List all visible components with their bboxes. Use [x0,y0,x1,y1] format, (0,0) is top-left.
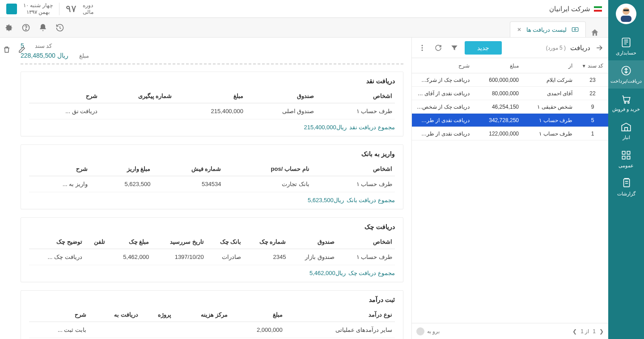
help-icon[interactable] [21,23,30,32]
sidebar-item-payrec[interactable]: دریافت/پرداخت [608,60,644,89]
bank-col-acct: نام حساب /pos [224,162,312,176]
svg-point-16 [422,45,423,46]
bank-col-desc: شرح [29,162,90,176]
table-row[interactable]: 5طرف حساب ۱342,728,250دریافت نقدی از طرف… [412,114,608,127]
bank-card: واریز به بانک اشخاص نام حساب /pos شماره … [21,144,403,209]
pager-of: از 1 [580,328,589,335]
cheque-col-no: شماره چک [244,235,288,249]
sidebar-label-accounting: حسابداری [616,50,636,55]
sidebar-label-payrec: دریافت/پرداخت [610,78,642,84]
goto-label: برو به [427,328,440,335]
cash-desc: دریافت نق ... [29,103,100,119]
cash-fund: صندوق اصلی [246,103,317,119]
col-from[interactable]: از [523,63,577,69]
cheque-col-person: اشخاص [337,235,395,249]
cheque-desc: دریافت چک ... [29,249,85,265]
bank-desc: واریز به ... [29,176,90,192]
tabs-bar: لیست دریافت ها [0,18,608,38]
brand: شرکت ایرانیان [549,5,602,13]
sidebar-item-reports[interactable]: گزارشات [608,173,644,201]
cash-row[interactable]: طرف حساب ۱ صندوق اصلی 215,400,000 دریافت… [29,103,395,119]
cheque-phone [85,249,108,265]
bank-row[interactable]: طرف حساب ۱ بانک تجارت 534534 5,623,500 و… [29,176,395,192]
cash-total-label: مجموع دریافت نقد [349,124,395,131]
bank-title: واریز به بانک [29,150,395,157]
cheque-col-due: تاریخ سررسید [152,235,207,249]
income-title: ثبت درآمد [29,296,395,303]
flag-icon [594,6,602,12]
cheque-due: 1397/10/20 [152,249,207,265]
col-desc[interactable]: شرح [412,63,474,69]
svg-point-5 [624,102,626,103]
svg-point-18 [422,49,423,51]
sidebar-item-accounting[interactable]: حسابداری [608,32,644,60]
table-row[interactable]: 9شخص حقیقی ۱46,254,150دریافت چک از شخص ح… [412,100,608,114]
back-arrow-icon[interactable] [595,43,604,52]
period-block: دوره مالی [83,2,93,15]
tab-close-icon[interactable] [517,27,522,32]
goto-block: برو به [416,327,440,335]
filter-icon[interactable] [449,44,460,52]
table-row[interactable]: 1طرف حساب ۱122,000,000دریافت نقدی از طرف… [412,127,608,140]
cheque-col-fund: صندوق [288,235,337,249]
bank-col-amount: مبلغ واریز [90,162,153,176]
income-row[interactable]: سایر درآمدهای عملیاتی 2,000,000 بابت ثبت… [29,322,395,338]
bank-total-value: 5,623,500ریال [308,197,344,203]
avatar[interactable] [616,4,636,24]
cheque-total-label: مجموع دریافت چک [348,270,395,276]
date-block: چهار شنبه ۱۰ بهمن ۱۳۹۷ [23,2,53,15]
period-sublabel: مالی [83,9,93,15]
income-type: سایر درآمدهای عملیاتی [285,322,395,338]
table-row[interactable]: 22آقای احمدی80,000,000دریافت نقدی از آقا… [412,87,608,100]
svg-rect-3 [622,38,630,47]
tab-receipts[interactable]: لیست دریافت ها [510,21,586,37]
bank-amount: 5,623,500 [90,176,153,192]
cash-track [100,103,174,119]
more-icon[interactable] [416,44,428,52]
doc-amount-label: مبلغ [79,52,89,59]
trash-icon[interactable] [3,46,11,54]
bell-icon[interactable] [38,23,47,32]
cheque-fund: صندوق بازار [288,249,337,265]
sidebar-label-inventory: انبار [623,135,630,140]
cash-person: طرف حساب ۱ [317,103,395,119]
svg-rect-7 [622,151,625,154]
income-col-desc: شرح [29,308,89,322]
cheque-row[interactable]: طرف حساب ۱ صندوق بازار 2345 صادرات 1397/… [29,249,395,265]
pager-next-icon[interactable]: ❮ [599,328,604,335]
svg-rect-12 [572,28,578,32]
cash-col-track: شماره پیگیری [100,89,174,103]
svg-rect-1 [621,16,631,22]
income-col-amount: مبلغ [230,308,285,322]
cheque-no: 2345 [244,249,288,265]
history-icon[interactable] [55,23,64,32]
table-row[interactable]: 23شرکت ایلام600,000,000دریافت چک از شرکت… [412,73,608,87]
income-col-to: دریافت به [89,308,141,322]
pager-prev-icon[interactable]: ❯ [572,328,577,335]
svg-rect-11 [624,179,630,186]
edit-icon[interactable] [18,46,26,54]
income-col-cost: مرکز هزینه [174,308,230,322]
cash-col-desc: شرح [29,89,100,103]
income-card: ثبت درآمد نوع درآمد مبلغ مرکز هزینه پروژ… [21,290,403,339]
cash-total-value: 215,400,000ریال [304,124,346,131]
new-button[interactable]: جدید [465,41,502,55]
date-bot: بهمن ۱۳۹۷ [26,9,50,15]
cheque-bank: صادرات [207,249,244,265]
svg-point-15 [25,29,26,30]
goto-input[interactable] [416,327,424,335]
svg-point-17 [422,47,423,48]
date-top: چهار شنبه ۱۰ [23,2,53,8]
svg-rect-2 [623,9,629,11]
cash-card: دریافت نقد اشخاص صندوق مبلغ شماره پیگیری… [21,72,403,136]
col-amount[interactable]: مبلغ [474,63,523,69]
sidebar-item-inventory[interactable]: انبار [608,117,644,145]
sidebar-item-buysell[interactable]: خرید و فروش [608,89,644,117]
income-desc: بابت ثبت ... [29,322,89,338]
col-code[interactable]: کد سند [588,63,603,69]
sidebar-item-general[interactable]: عمومی [608,145,644,173]
refresh-icon[interactable] [432,44,444,52]
receipt-icon [571,25,579,34]
home-tab[interactable] [586,28,604,37]
gear-icon[interactable] [4,23,13,32]
